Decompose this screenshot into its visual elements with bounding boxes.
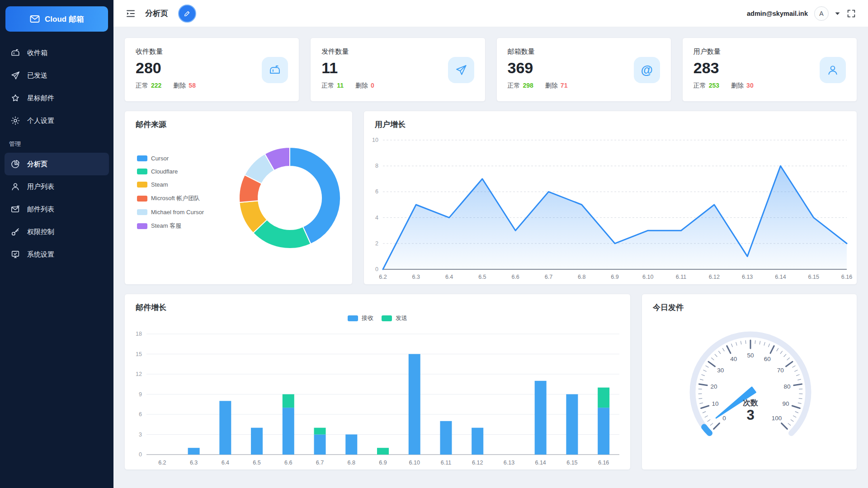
sidebar-item-user-list[interactable]: 用户列表 (0, 175, 113, 198)
stat-normal: 正常222 (136, 82, 161, 90)
svg-text:80: 80 (783, 383, 790, 390)
envelope-logo-icon (29, 14, 40, 24)
sidebar-item-mail-list[interactable]: 邮件列表 (0, 198, 113, 221)
svg-text:10: 10 (372, 137, 378, 143)
svg-text:6.13: 6.13 (504, 460, 514, 466)
svg-text:6.7: 6.7 (545, 274, 552, 280)
svg-text:10: 10 (712, 400, 718, 407)
sidebar-item-starred[interactable]: 星标邮件 (0, 87, 113, 109)
mail-list-icon (10, 204, 20, 214)
sidebar-item-personal-settings[interactable]: 个人设置 (0, 109, 113, 132)
svg-text:6.11: 6.11 (441, 460, 451, 466)
logo-text: Cloud 邮箱 (45, 14, 84, 24)
stat-deleted: 删除71 (545, 82, 568, 90)
svg-text:6: 6 (375, 188, 378, 195)
mailbox-icon (262, 57, 288, 83)
sidebar-item-label: 已发送 (27, 71, 47, 80)
svg-text:3: 3 (139, 432, 142, 438)
today-sent-card: 今日发件 0102030405060708090100 次数 3 (642, 294, 857, 470)
svg-text:6.12: 6.12 (709, 274, 720, 280)
svg-text:6.14: 6.14 (775, 274, 786, 280)
stat-title: 邮箱数量 (508, 47, 660, 56)
svg-text:20: 20 (710, 383, 717, 390)
today-sent-gauge[interactable]: 0102030405060708090100 (642, 294, 857, 469)
user-email: admin@skymail.ink (747, 10, 808, 17)
sidebar-item-label: 权限控制 (27, 228, 54, 236)
gear-icon (10, 116, 20, 126)
svg-text:30: 30 (717, 367, 724, 374)
svg-text:50: 50 (747, 352, 754, 359)
svg-text:6.6: 6.6 (511, 274, 519, 280)
sidebar-item-label: 收件箱 (27, 49, 47, 57)
stat-card-sent: 发件数量 11 正常11 删除0 (310, 38, 485, 102)
sidebar-item-analytics[interactable]: 分析页 (5, 153, 109, 175)
sidebar-item-system-settings[interactable]: 系统设置 (0, 243, 113, 266)
stat-card-received: 收件数量 280 正常222 删除58 (124, 38, 299, 102)
mail-growth-card: 邮件增长 接收 发送 03691215186.26.36.46.56.66.76… (124, 294, 631, 470)
svg-text:2: 2 (375, 240, 378, 247)
at-sign-icon: @ (634, 57, 660, 83)
svg-text:6: 6 (139, 411, 142, 418)
fullscreen-icon[interactable] (846, 9, 856, 19)
svg-text:0: 0 (139, 451, 142, 458)
stat-card-users: 用户数量 283 正常253 删除30 (682, 38, 857, 102)
edit-button[interactable] (178, 5, 196, 23)
paper-plane-icon (448, 57, 474, 83)
svg-text:6.12: 6.12 (472, 460, 483, 466)
chevron-down-icon[interactable] (835, 12, 840, 15)
monitor-icon (10, 249, 20, 259)
sidebar: Cloud 邮箱 收件箱 已发送 星标邮件 个人设置 管理 分析页 用户列表 (0, 0, 113, 488)
stat-title: 用户数量 (693, 47, 846, 56)
svg-text:6.8: 6.8 (348, 460, 355, 466)
sidebar-section-admin: 管理 (0, 132, 113, 153)
svg-text:6.16: 6.16 (841, 274, 852, 280)
logo-button[interactable]: Cloud 邮箱 (5, 6, 108, 32)
topbar: 分析页 admin@skymail.ink A (113, 0, 868, 27)
page-title: 分析页 (145, 8, 168, 19)
stat-card-mailboxes: 邮箱数量 369 正常298 删除71 @ (496, 38, 671, 102)
svg-text:6.15: 6.15 (566, 460, 577, 466)
main-area: 分析页 admin@skymail.ink A 收件数量 280 (113, 0, 868, 488)
menu-fold-icon[interactable] (125, 8, 136, 19)
stat-normal: 正常298 (508, 82, 533, 90)
svg-text:90: 90 (782, 400, 789, 407)
svg-text:18: 18 (136, 331, 142, 337)
svg-text:6.10: 6.10 (409, 460, 420, 466)
gauge-center-text: 次数 3 (723, 398, 778, 423)
stat-title: 发件数量 (321, 47, 474, 56)
sidebar-item-label: 系统设置 (27, 250, 54, 259)
svg-text:6.5: 6.5 (478, 274, 486, 280)
gauge-value: 3 (723, 408, 778, 423)
svg-text:6.11: 6.11 (676, 274, 686, 280)
sidebar-item-permissions[interactable]: 权限控制 (0, 221, 113, 243)
svg-text:6.10: 6.10 (642, 274, 653, 280)
svg-text:6.3: 6.3 (412, 274, 420, 280)
svg-text:6.13: 6.13 (742, 274, 753, 280)
svg-text:8: 8 (375, 163, 378, 169)
donut-chart[interactable] (125, 111, 352, 284)
user-icon (10, 182, 20, 192)
svg-text:4: 4 (375, 215, 378, 221)
stat-normal: 正常253 (693, 82, 719, 90)
app-root: Cloud 邮箱 收件箱 已发送 星标邮件 个人设置 管理 分析页 用户列表 (0, 0, 868, 488)
svg-text:40: 40 (730, 356, 737, 362)
user-growth-card: 用户增长 02468106.26.36.46.56.66.76.86.96.10… (363, 111, 857, 285)
svg-text:15: 15 (136, 351, 142, 357)
user-growth-chart[interactable]: 02468106.26.36.46.56.66.76.86.96.106.116… (364, 111, 857, 284)
avatar[interactable]: A (814, 6, 829, 21)
svg-text:6.4: 6.4 (222, 460, 229, 466)
sidebar-item-inbox[interactable]: 收件箱 (0, 42, 113, 64)
star-icon (10, 93, 20, 103)
paper-plane-icon (10, 70, 20, 80)
svg-text:6.2: 6.2 (158, 460, 166, 466)
svg-text:6.16: 6.16 (598, 460, 609, 466)
sidebar-item-sent[interactable]: 已发送 (0, 64, 113, 87)
svg-text:9: 9 (139, 391, 142, 398)
key-icon (10, 227, 20, 237)
pie-chart-icon (10, 159, 20, 169)
user-icon (820, 57, 846, 83)
mail-source-card: 邮件来源 Cursor Cloudflare Steam Microsoft 帐… (124, 111, 353, 285)
svg-text:6.4: 6.4 (445, 274, 453, 280)
stat-deleted: 删除0 (355, 82, 374, 90)
mail-growth-chart[interactable]: 03691215186.26.36.46.56.66.76.86.96.106.… (125, 294, 630, 469)
